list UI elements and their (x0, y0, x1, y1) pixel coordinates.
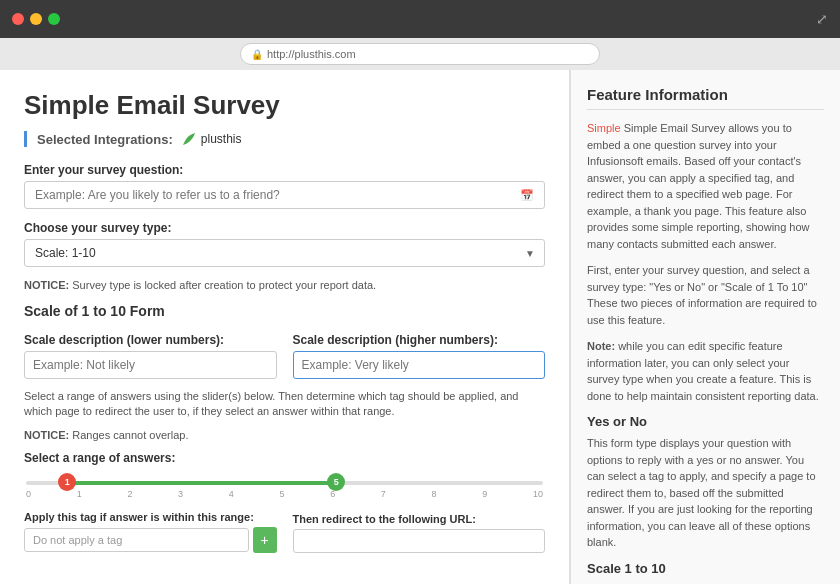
slider-section: Select a range of answers: 1 5 0 1 2 3 (24, 451, 545, 499)
scale-descriptions: Scale description (lower numbers): Scale… (24, 333, 545, 379)
apply-tag-redirect-section: Apply this tag if answer is within this … (24, 511, 545, 553)
redirect-label: Then redirect to the following URL: (293, 513, 546, 525)
higher-description-label: Scale description (higher numbers): (293, 333, 546, 347)
notice-ranges-prefix: NOTICE: (24, 429, 72, 441)
note-text: while you can edit specific feature info… (587, 340, 819, 402)
leaf-icon (181, 131, 197, 147)
higher-description-col: Scale description (higher numbers): (293, 333, 546, 379)
tag-select[interactable]: Do not apply a tag (24, 528, 249, 552)
traffic-light-yellow[interactable] (30, 13, 42, 25)
higher-description-input[interactable] (293, 351, 546, 379)
survey-type-select[interactable]: Yes or NoScale: 1-10 (24, 239, 545, 267)
note-prefix: Note: (587, 340, 618, 352)
address-bar[interactable]: 🔒 http://plusthis.com (240, 43, 600, 65)
scale-form-heading: Scale of 1 to 10 Form (24, 303, 545, 323)
selected-integrations-label: Selected Integrations: (37, 132, 173, 147)
survey-question-input-wrapper: 📅 (24, 181, 545, 209)
redirect-col: Then redirect to the following URL: (293, 513, 546, 553)
feature-info-title: Feature Information (587, 86, 824, 110)
expand-icon[interactable]: ⤢ (816, 11, 828, 27)
page-title: Simple Email Survey (24, 90, 545, 121)
feature-info-first-paragraph: First, enter your survey question, and s… (587, 262, 824, 328)
notice-ranges: NOTICE: Ranges cannot overlap. (24, 428, 545, 443)
slider-ticks: 0 1 2 3 4 5 6 7 8 9 10 (26, 489, 543, 499)
notice-locked-prefix: NOTICE: (24, 279, 72, 291)
tag-select-row: Do not apply a tag + (24, 527, 277, 553)
integration-logo: plusthis (181, 131, 242, 147)
notice-ranges-text: Ranges cannot overlap. (72, 429, 188, 441)
lock-icon: 🔒 (251, 49, 263, 60)
traffic-light-red[interactable] (12, 13, 24, 25)
yes-or-no-title: Yes or No (587, 414, 824, 429)
left-panel: Simple Email Survey Selected Integration… (0, 70, 570, 584)
lower-description-label: Scale description (lower numbers): (24, 333, 277, 347)
survey-type-select-wrapper: Yes or NoScale: 1-10 ▼ (24, 239, 545, 267)
range-description: Select a range of answers using the slid… (24, 389, 545, 420)
survey-question-label: Enter your survey question: (24, 163, 545, 177)
integration-name: plusthis (201, 132, 242, 146)
slider-track: 1 5 (26, 481, 543, 485)
address-text: http://plusthis.com (267, 48, 356, 60)
select-range-label: Select a range of answers: (24, 451, 545, 465)
survey-question-input[interactable] (35, 188, 520, 202)
range-slider[interactable]: 1 5 0 1 2 3 4 5 6 7 8 9 10 (24, 481, 545, 499)
apply-tag-col: Apply this tag if answer is within this … (24, 511, 277, 553)
traffic-light-green[interactable] (48, 13, 60, 25)
feature-info-main-text: Simple Simple Email Survey allows you to… (587, 120, 824, 252)
feature-info-note: Note: while you can edit specific featur… (587, 338, 824, 404)
add-tag-button[interactable]: + (253, 527, 277, 553)
survey-type-label: Choose your survey type: (24, 221, 545, 235)
survey-question-section: Enter your survey question: 📅 (24, 163, 545, 209)
notice-locked: NOTICE: Survey type is locked after crea… (24, 279, 545, 291)
selected-integrations: Selected Integrations: plusthis (24, 131, 545, 147)
slider-fill (67, 481, 336, 485)
yes-or-no-text: This form type displays your question wi… (587, 435, 824, 551)
redirect-input[interactable] (293, 529, 546, 553)
address-bar-row: 🔒 http://plusthis.com (0, 38, 840, 70)
content-area: Simple Email Survey Selected Integration… (0, 70, 840, 584)
browser-chrome: ⤢ (0, 0, 840, 38)
calendar-icon: 📅 (520, 189, 534, 202)
scale-title: Scale 1 to 10 (587, 561, 824, 576)
notice-locked-text: Survey type is locked after creation to … (72, 279, 376, 291)
right-panel: Feature Information Simple Simple Email … (570, 70, 840, 584)
simple-link: Simple (587, 122, 621, 134)
lower-description-col: Scale description (lower numbers): (24, 333, 277, 379)
survey-type-section: Choose your survey type: Yes or NoScale:… (24, 221, 545, 267)
apply-tag-label: Apply this tag if answer is within this … (24, 511, 277, 523)
lower-description-input[interactable] (24, 351, 277, 379)
